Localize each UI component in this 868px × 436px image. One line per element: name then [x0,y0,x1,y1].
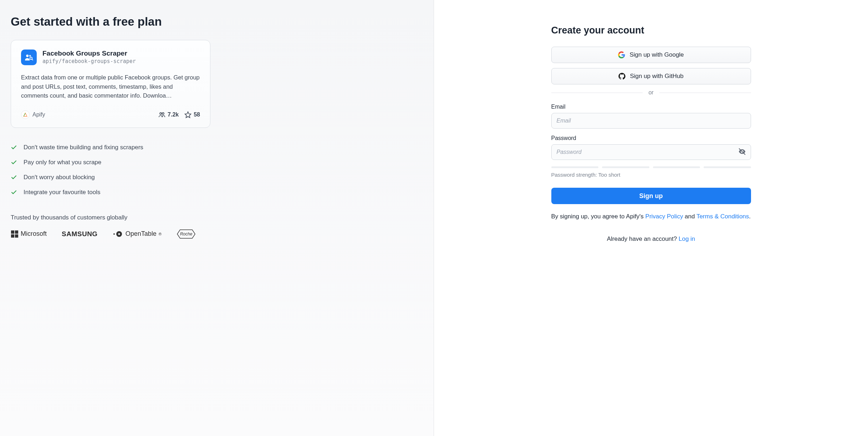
strength-bar [653,166,700,168]
actor-description: Extract data from one or multiple public… [21,73,200,100]
signup-panel: Create your account Sign up with Google … [434,0,868,436]
svg-text:Roche: Roche [180,232,192,237]
users-stat: 7.2k [158,111,179,118]
star-icon [184,111,192,118]
apify-logo-icon [21,110,30,119]
signup-button[interactable]: Sign up [551,188,751,204]
toggle-password-visibility-button[interactable] [737,146,747,158]
roche-hexagon-icon: Roche [177,229,196,239]
eye-off-icon [738,148,746,156]
login-link[interactable]: Log in [679,235,695,242]
password-strength-meter [551,166,751,168]
svg-point-11 [113,233,115,235]
actor-icon [21,50,37,65]
github-icon [618,73,626,80]
check-icon [11,189,17,196]
actor-title: Facebook Groups Scraper [42,50,136,57]
actor-stats: 7.2k 58 [158,111,200,118]
marketing-panel: Get started with a free plan Facebook Gr… [0,0,434,436]
author-name: Apify [32,111,45,118]
microsoft-icon [11,230,19,238]
group-search-icon [24,53,34,62]
benefit-item: Integrate your favourite tools [11,185,210,200]
svg-rect-9 [11,234,14,238]
check-icon [11,159,17,166]
svg-line-3 [32,59,33,60]
benefit-item: Don't worry about blocking [11,170,210,185]
roche-logo: Roche [177,229,196,239]
benefits-list: Don't waste time building and fixing scr… [11,140,210,200]
svg-point-13 [118,233,120,235]
email-label: Email [551,104,751,110]
svg-rect-10 [15,234,18,238]
benefit-item: Don't waste time building and fixing scr… [11,140,210,155]
google-signup-button[interactable]: Sign up with Google [551,47,751,63]
users-icon [158,111,165,118]
strength-bar [602,166,649,168]
customer-logos: Microsoft SAMSUNG OpenTable® Roche [11,229,210,239]
svg-point-5 [162,113,164,114]
samsung-logo: SAMSUNG [62,230,98,238]
legal-text: By signing up, you agree to Apify's Priv… [551,212,751,221]
actor-slug: apify/facebook-groups-scraper [42,58,136,64]
or-divider: or [551,89,751,96]
strength-bar [704,166,751,168]
strength-bar [551,166,599,168]
check-icon [11,144,17,151]
password-strength-label: Password strength: Too short [551,172,751,178]
terms-link[interactable]: Terms & Conditions [696,213,749,220]
stars-stat: 58 [184,111,200,118]
form-title: Create your account [551,25,751,36]
trusted-heading: Trusted by thousands of customers global… [11,214,210,221]
microsoft-logo: Microsoft [11,230,47,238]
svg-point-4 [160,113,162,114]
github-signup-button[interactable]: Sign up with GitHub [551,68,751,84]
password-label: Password [551,135,751,141]
opentable-logo: OpenTable® [113,230,162,238]
email-field[interactable] [551,113,751,129]
google-icon [618,51,625,58]
actor-author[interactable]: Apify [21,110,45,119]
svg-marker-6 [185,111,191,118]
page-headline: Get started with a free plan [11,15,210,28]
svg-point-0 [26,54,29,57]
privacy-policy-link[interactable]: Privacy Policy [645,213,683,220]
login-prompt: Already have an account? Log in [551,235,751,243]
actor-card[interactable]: Facebook Groups Scraper apify/facebook-g… [11,40,210,128]
benefit-item: Pay only for what you scrape [11,155,210,170]
svg-rect-8 [15,230,18,234]
svg-rect-7 [11,230,14,234]
svg-point-1 [29,55,31,57]
check-icon [11,174,17,181]
opentable-icon [113,231,123,237]
password-field[interactable] [551,144,751,160]
